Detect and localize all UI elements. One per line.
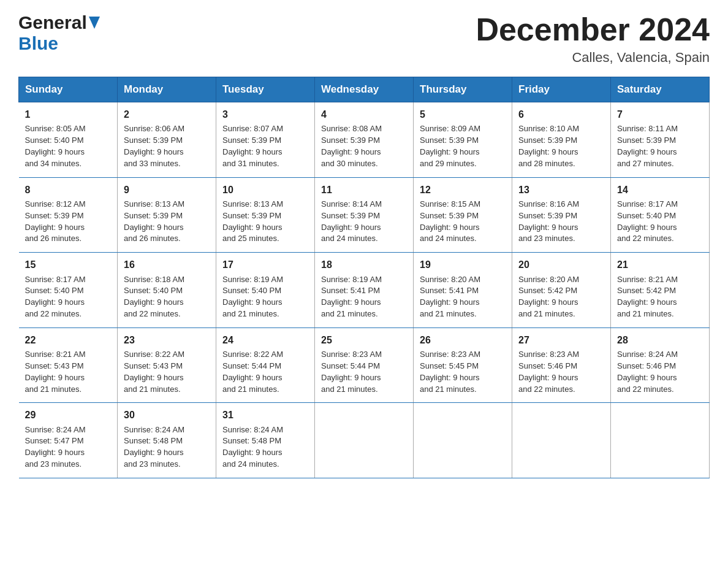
- day-number: 31: [222, 408, 308, 422]
- day-info: Sunrise: 8:10 AMSunset: 5:39 PMDaylight:…: [518, 123, 604, 169]
- day-number: 18: [321, 258, 407, 272]
- day-info: Sunrise: 8:21 AMSunset: 5:42 PMDaylight:…: [617, 274, 703, 320]
- day-info: Sunrise: 8:22 AMSunset: 5:44 PMDaylight:…: [222, 349, 308, 395]
- svg-marker-0: [89, 17, 100, 29]
- day-info: Sunrise: 8:24 AMSunset: 5:48 PMDaylight:…: [124, 424, 210, 470]
- logo-general-text: General: [18, 12, 87, 33]
- day-number: 14: [617, 183, 703, 197]
- day-number: 8: [25, 183, 112, 197]
- column-header-monday: Monday: [118, 77, 216, 102]
- column-header-saturday: Saturday: [611, 77, 710, 102]
- calendar-cell: 17Sunrise: 8:19 AMSunset: 5:40 PMDayligh…: [216, 253, 315, 328]
- day-number: 10: [222, 183, 308, 197]
- calendar-cell: 27Sunrise: 8:23 AMSunset: 5:46 PMDayligh…: [512, 327, 611, 403]
- calendar-cell: [414, 403, 512, 478]
- day-info: Sunrise: 8:17 AMSunset: 5:40 PMDaylight:…: [25, 274, 112, 320]
- calendar-cell: 10Sunrise: 8:13 AMSunset: 5:39 PMDayligh…: [216, 177, 315, 253]
- day-info: Sunrise: 8:19 AMSunset: 5:41 PMDaylight:…: [321, 274, 407, 320]
- day-info: Sunrise: 8:18 AMSunset: 5:40 PMDaylight:…: [124, 274, 210, 320]
- day-info: Sunrise: 8:23 AMSunset: 5:44 PMDaylight:…: [321, 349, 407, 395]
- day-number: 3: [222, 107, 308, 121]
- day-number: 24: [222, 333, 308, 347]
- day-number: 12: [420, 183, 506, 197]
- day-info: Sunrise: 8:14 AMSunset: 5:39 PMDaylight:…: [321, 199, 407, 245]
- day-number: 6: [518, 107, 604, 121]
- calendar-cell: 12Sunrise: 8:15 AMSunset: 5:39 PMDayligh…: [414, 177, 512, 253]
- calendar-cell: 9Sunrise: 8:13 AMSunset: 5:39 PMDaylight…: [118, 177, 216, 253]
- day-info: Sunrise: 8:22 AMSunset: 5:43 PMDaylight:…: [124, 349, 210, 395]
- calendar-cell: 25Sunrise: 8:23 AMSunset: 5:44 PMDayligh…: [315, 327, 414, 403]
- calendar-cell: 28Sunrise: 8:24 AMSunset: 5:46 PMDayligh…: [611, 327, 710, 403]
- calendar-cell: 19Sunrise: 8:20 AMSunset: 5:41 PMDayligh…: [414, 253, 512, 328]
- day-info: Sunrise: 8:13 AMSunset: 5:39 PMDaylight:…: [124, 199, 210, 245]
- day-number: 7: [617, 107, 703, 121]
- month-title: December 2024: [476, 12, 710, 47]
- day-number: 19: [420, 258, 506, 272]
- day-number: 27: [518, 333, 604, 347]
- day-info: Sunrise: 8:09 AMSunset: 5:39 PMDaylight:…: [420, 123, 506, 169]
- calendar-week-row: 8Sunrise: 8:12 AMSunset: 5:39 PMDaylight…: [19, 177, 710, 253]
- calendar-cell: 16Sunrise: 8:18 AMSunset: 5:40 PMDayligh…: [118, 253, 216, 328]
- calendar-cell: 31Sunrise: 8:24 AMSunset: 5:48 PMDayligh…: [216, 403, 315, 478]
- title-block: December 2024 Calles, Valencia, Spain: [476, 12, 710, 66]
- calendar-cell: 29Sunrise: 8:24 AMSunset: 5:47 PMDayligh…: [19, 403, 118, 478]
- calendar-cell: 5Sunrise: 8:09 AMSunset: 5:39 PMDaylight…: [414, 102, 512, 178]
- logo-blue-text: Blue: [18, 33, 58, 54]
- day-number: 26: [420, 333, 506, 347]
- calendar-cell: 15Sunrise: 8:17 AMSunset: 5:40 PMDayligh…: [19, 253, 118, 328]
- day-number: 2: [124, 107, 210, 121]
- day-number: 11: [321, 183, 407, 197]
- calendar-cell: 3Sunrise: 8:07 AMSunset: 5:39 PMDaylight…: [216, 102, 315, 178]
- logo-triangle-icon: [88, 14, 101, 31]
- calendar-cell: 26Sunrise: 8:23 AMSunset: 5:45 PMDayligh…: [414, 327, 512, 403]
- calendar-week-row: 15Sunrise: 8:17 AMSunset: 5:40 PMDayligh…: [19, 253, 710, 328]
- day-info: Sunrise: 8:20 AMSunset: 5:41 PMDaylight:…: [420, 274, 506, 320]
- day-info: Sunrise: 8:16 AMSunset: 5:39 PMDaylight:…: [518, 199, 604, 245]
- calendar-cell: 6Sunrise: 8:10 AMSunset: 5:39 PMDaylight…: [512, 102, 611, 178]
- day-info: Sunrise: 8:19 AMSunset: 5:40 PMDaylight:…: [222, 274, 308, 320]
- day-number: 28: [617, 333, 703, 347]
- day-info: Sunrise: 8:24 AMSunset: 5:46 PMDaylight:…: [617, 349, 703, 395]
- page-header: General Blue December 2024 Calles, Valen…: [18, 12, 710, 66]
- calendar-cell: 14Sunrise: 8:17 AMSunset: 5:40 PMDayligh…: [611, 177, 710, 253]
- calendar-cell: 22Sunrise: 8:21 AMSunset: 5:43 PMDayligh…: [19, 327, 118, 403]
- calendar-cell: [512, 403, 611, 478]
- calendar-cell: 8Sunrise: 8:12 AMSunset: 5:39 PMDaylight…: [19, 177, 118, 253]
- day-info: Sunrise: 8:07 AMSunset: 5:39 PMDaylight:…: [222, 123, 308, 169]
- day-info: Sunrise: 8:20 AMSunset: 5:42 PMDaylight:…: [518, 274, 604, 320]
- calendar-cell: 20Sunrise: 8:20 AMSunset: 5:42 PMDayligh…: [512, 253, 611, 328]
- day-info: Sunrise: 8:05 AMSunset: 5:40 PMDaylight:…: [25, 123, 112, 169]
- calendar-cell: 30Sunrise: 8:24 AMSunset: 5:48 PMDayligh…: [118, 403, 216, 478]
- column-header-sunday: Sunday: [19, 77, 118, 102]
- day-info: Sunrise: 8:24 AMSunset: 5:47 PMDaylight:…: [25, 424, 112, 470]
- day-info: Sunrise: 8:06 AMSunset: 5:39 PMDaylight:…: [124, 123, 210, 169]
- calendar-cell: 21Sunrise: 8:21 AMSunset: 5:42 PMDayligh…: [611, 253, 710, 328]
- calendar-cell: [611, 403, 710, 478]
- day-number: 17: [222, 258, 308, 272]
- day-number: 29: [25, 408, 112, 422]
- day-number: 15: [25, 258, 112, 272]
- logo: General Blue: [18, 12, 101, 54]
- calendar-cell: 13Sunrise: 8:16 AMSunset: 5:39 PMDayligh…: [512, 177, 611, 253]
- calendar-cell: 24Sunrise: 8:22 AMSunset: 5:44 PMDayligh…: [216, 327, 315, 403]
- calendar-header-row: SundayMondayTuesdayWednesdayThursdayFrid…: [19, 77, 710, 102]
- day-info: Sunrise: 8:12 AMSunset: 5:39 PMDaylight:…: [25, 199, 112, 245]
- column-header-thursday: Thursday: [414, 77, 512, 102]
- day-info: Sunrise: 8:11 AMSunset: 5:39 PMDaylight:…: [617, 123, 703, 169]
- calendar-cell: 18Sunrise: 8:19 AMSunset: 5:41 PMDayligh…: [315, 253, 414, 328]
- location-title: Calles, Valencia, Spain: [476, 50, 710, 66]
- calendar-cell: 11Sunrise: 8:14 AMSunset: 5:39 PMDayligh…: [315, 177, 414, 253]
- day-number: 30: [124, 408, 210, 422]
- calendar-table: SundayMondayTuesdayWednesdayThursdayFrid…: [18, 77, 710, 478]
- day-number: 1: [25, 107, 112, 121]
- calendar-cell: [315, 403, 414, 478]
- day-info: Sunrise: 8:15 AMSunset: 5:39 PMDaylight:…: [420, 199, 506, 245]
- day-info: Sunrise: 8:17 AMSunset: 5:40 PMDaylight:…: [617, 199, 703, 245]
- calendar-cell: 23Sunrise: 8:22 AMSunset: 5:43 PMDayligh…: [118, 327, 216, 403]
- day-info: Sunrise: 8:13 AMSunset: 5:39 PMDaylight:…: [222, 199, 308, 245]
- day-info: Sunrise: 8:08 AMSunset: 5:39 PMDaylight:…: [321, 123, 407, 169]
- calendar-cell: 2Sunrise: 8:06 AMSunset: 5:39 PMDaylight…: [118, 102, 216, 178]
- calendar-week-row: 29Sunrise: 8:24 AMSunset: 5:47 PMDayligh…: [19, 403, 710, 478]
- day-number: 20: [518, 258, 604, 272]
- calendar-week-row: 22Sunrise: 8:21 AMSunset: 5:43 PMDayligh…: [19, 327, 710, 403]
